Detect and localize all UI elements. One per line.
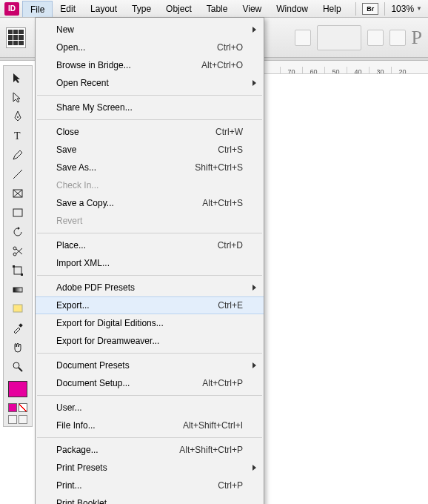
svg-rect-12	[13, 265, 15, 268]
hand-tool-icon[interactable]	[10, 340, 25, 355]
apply-color-icon[interactable]	[8, 403, 17, 412]
svg-line-18	[19, 368, 22, 371]
free-transform-tool-icon[interactable]	[10, 263, 25, 278]
submenu-arrow-icon	[253, 362, 256, 368]
zoom-value: 103%	[391, 4, 414, 14]
svg-rect-11	[14, 267, 21, 274]
menu-item-share-my-screen[interactable]: Share My Screen...	[36, 99, 264, 116]
menu-item-export[interactable]: Export...Ctrl+E	[36, 296, 264, 314]
menu-item-import-xml[interactable]: Import XML...	[36, 254, 264, 272]
menu-item-print-booklet[interactable]: Print Booklet...	[36, 494, 264, 504]
menu-edit[interactable]: Edit	[53, 0, 83, 17]
rectangle-tool-icon[interactable]	[10, 205, 25, 220]
menu-item-shortcut: Alt+Shift+Ctrl+I	[183, 420, 243, 431]
gradient-tool-icon[interactable]	[10, 282, 25, 297]
ruler-tick: 30	[369, 67, 391, 74]
fill-stroke-swatch[interactable]	[8, 381, 27, 397]
menu-item-new[interactable]: New	[36, 21, 264, 39]
type-tool-icon[interactable]: T	[10, 128, 25, 143]
menu-help[interactable]: Help	[315, 0, 349, 17]
bridge-button[interactable]: Br	[362, 3, 378, 15]
menu-item-label: Check In...	[56, 180, 243, 190]
menu-item-label: Save As...	[56, 162, 195, 173]
ruler-tick: 50	[324, 67, 347, 74]
menu-item-package[interactable]: Package...Alt+Shift+Ctrl+P	[36, 441, 264, 459]
menu-item-label: Document Presets	[56, 360, 243, 371]
menu-type[interactable]: Type	[124, 0, 158, 17]
ruler-tick: 20	[391, 67, 413, 74]
menu-item-file-info[interactable]: File Info...Alt+Shift+Ctrl+I	[36, 417, 264, 434]
menu-item-label: User...	[56, 402, 243, 413]
menu-item-label: New	[56, 24, 243, 35]
menu-file[interactable]: File	[22, 1, 53, 17]
pen-tool-icon[interactable]	[10, 109, 25, 124]
submenu-arrow-icon	[253, 27, 256, 33]
paragraph-icon: P	[412, 27, 422, 49]
control-icon[interactable]	[367, 30, 384, 46]
menu-item-label: Print Booklet...	[56, 498, 243, 504]
menu-item-close[interactable]: CloseCtrl+W	[36, 123, 264, 141]
menu-separator	[37, 233, 262, 233]
menu-item-adobe-pdf-presets[interactable]: Adobe PDF Presets	[36, 279, 264, 296]
note-tool-icon[interactable]	[10, 302, 25, 316]
menu-item-print[interactable]: Print...Ctrl+P	[36, 477, 264, 494]
menu-view[interactable]: View	[235, 0, 269, 17]
menu-item-place[interactable]: Place...Ctrl+D	[36, 236, 264, 254]
scissors-tool-icon[interactable]	[10, 244, 25, 259]
menu-item-browse-in-bridge[interactable]: Browse in Bridge...Alt+Ctrl+O	[36, 56, 264, 74]
menu-table[interactable]: Table	[199, 0, 235, 17]
menu-item-check-in: Check In...	[36, 176, 264, 194]
menu-separator	[37, 119, 262, 120]
svg-point-0	[17, 116, 19, 118]
menu-item-label: Open...	[56, 42, 217, 53]
menu-item-document-setup[interactable]: Document Setup...Alt+Ctrl+P	[36, 374, 264, 392]
menu-item-document-presets[interactable]: Document Presets	[36, 357, 264, 374]
menu-item-label: Export for Digital Editions...	[56, 318, 243, 328]
app-icon: ID	[1, 0, 22, 17]
zoom-tool-icon[interactable]	[10, 359, 25, 374]
menu-item-export-for-dreamweaver[interactable]: Export for Dreamweaver...	[36, 332, 264, 350]
menu-item-label: Browse in Bridge...	[56, 60, 201, 70]
direct-selection-tool-icon[interactable]	[10, 90, 25, 105]
menu-layout[interactable]: Layout	[83, 0, 124, 17]
preview-mode-icon[interactable]	[19, 415, 27, 424]
menu-item-shortcut: Alt+Ctrl+O	[201, 60, 243, 70]
rectangle-frame-tool-icon[interactable]	[10, 186, 25, 201]
menu-item-print-presets[interactable]: Print Presets	[36, 459, 264, 477]
eyedropper-tool-icon[interactable]	[10, 321, 25, 336]
menu-item-save-as[interactable]: Save As...Shift+Ctrl+S	[36, 159, 264, 176]
control-icon[interactable]	[295, 30, 311, 46]
pencil-tool-icon[interactable]	[10, 147, 25, 162]
selection-tool-icon[interactable]	[10, 70, 25, 85]
control-icon[interactable]	[389, 30, 406, 46]
menu-separator	[37, 437, 262, 438]
menu-item-label: Export...	[56, 300, 218, 311]
menu-window[interactable]: Window	[269, 0, 315, 17]
svg-rect-13	[21, 273, 23, 276]
menu-item-shortcut: Ctrl+O	[217, 42, 243, 53]
menu-item-label: Adobe PDF Presets	[56, 282, 243, 293]
line-tool-icon[interactable]	[10, 167, 25, 182]
submenu-arrow-icon	[253, 465, 256, 471]
submenu-arrow-icon	[253, 285, 256, 291]
menu-item-save[interactable]: SaveCtrl+S	[36, 141, 264, 159]
separator	[355, 2, 356, 16]
reference-point-grid[interactable]	[6, 27, 26, 48]
apply-none-icon[interactable]	[19, 403, 27, 412]
rotate-tool-icon[interactable]	[10, 225, 25, 239]
menu-item-label: Import XML...	[56, 258, 243, 268]
menu-object[interactable]: Object	[158, 0, 199, 17]
zoom-level[interactable]: 103% ▼	[391, 4, 422, 14]
menu-item-save-a-copy[interactable]: Save a Copy...Alt+Ctrl+S	[36, 194, 264, 212]
control-widget[interactable]	[317, 25, 361, 50]
menu-item-shortcut: Alt+Ctrl+P	[202, 378, 243, 388]
menu-item-shortcut: Ctrl+S	[218, 145, 243, 155]
normal-mode-icon[interactable]	[8, 415, 17, 424]
menu-item-label: Save a Copy...	[56, 198, 202, 208]
menu-item-open[interactable]: Open...Ctrl+O	[36, 39, 264, 56]
menu-item-user[interactable]: User...	[36, 399, 264, 417]
menu-item-open-recent[interactable]: Open Recent	[36, 74, 264, 92]
indesign-logo: ID	[4, 2, 19, 16]
menu-item-label: Save	[56, 145, 218, 155]
menu-item-export-for-digital-editions[interactable]: Export for Digital Editions...	[36, 314, 264, 332]
